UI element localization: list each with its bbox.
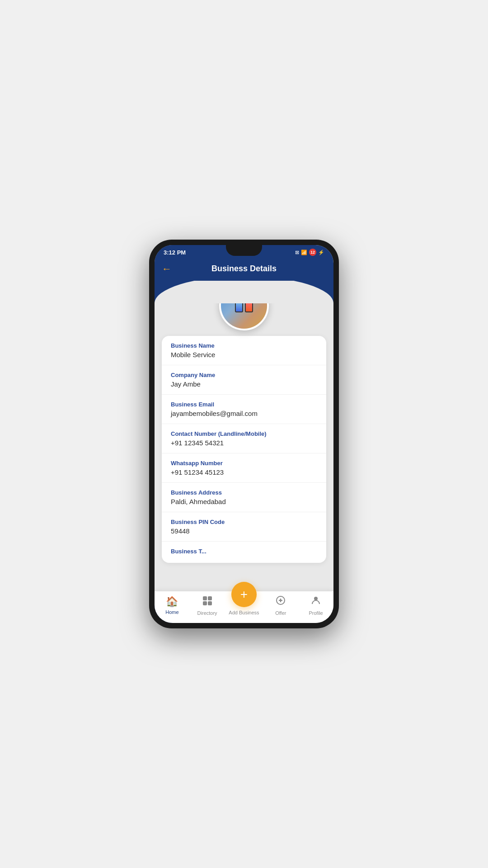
detail-value-2: jayambemobiles@gmail.com [171,410,317,417]
detail-row-5: Business AddressPaldi, Ahmedabad [162,483,326,512]
detail-label-6: Business PIN Code [171,519,317,525]
battery-badge: 12 [309,249,316,256]
detail-label-1: Company Name [171,372,317,378]
detail-row-7: Business T... [162,542,326,563]
phone-icons [235,303,253,312]
nav-item-profile[interactable]: Profile [302,595,329,616]
home-label: Home [165,609,178,615]
details-card: Business NameMobile ServiceCompany NameJ… [162,336,326,563]
add-business-container: + Add Business [229,582,259,615]
mini-phone-1 [235,303,243,312]
notch [226,245,262,256]
svg-rect-2 [203,601,207,605]
battery-icon: ⚡ [318,250,324,255]
detail-label-7: Business T... [171,548,317,555]
status-time: 3:12 PM [164,249,186,256]
detail-value-3: +91 12345 54321 [171,439,317,447]
detail-value-1: Jay Ambe [171,380,317,388]
status-icons: ⊠ 📶 12 ⚡ [295,249,324,256]
header-title: Business Details [211,264,277,274]
profile-label: Profile [309,610,323,616]
back-button[interactable]: ← [162,263,172,275]
detail-row-6: Business PIN Code59448 [162,512,326,542]
phone-screen: 3:12 PM ⊠ 📶 12 ⚡ ← Business Details [155,245,333,623]
directory-icon [202,595,213,609]
details-rows: Business NameMobile ServiceCompany NameJ… [162,336,326,563]
mini-phone-2 [245,303,253,312]
add-business-label: Add Business [229,610,259,615]
detail-value-6: 59448 [171,527,317,535]
svg-rect-1 [208,596,212,600]
detail-label-4: Whatsapp Number [171,460,317,467]
header: ← Business Details [155,259,333,281]
directory-label: Directory [197,610,217,616]
detail-row-2: Business Emailjayambemobiles@gmail.com [162,395,326,424]
detail-label-5: Business Address [171,489,317,496]
svg-rect-0 [203,596,207,600]
add-business-button[interactable]: + [231,582,257,607]
x-icon: ⊠ [295,250,299,255]
detail-value-0: Mobile Service [171,351,317,359]
offer-icon [275,595,286,609]
wifi-icon: 📶 [301,250,307,255]
svg-rect-3 [208,601,212,605]
detail-label-2: Business Email [171,401,317,408]
nav-item-directory[interactable]: Directory [194,595,221,616]
bottom-nav: 🏠 Home Directory + Add Busi [155,591,333,623]
detail-label-0: Business Name [171,342,317,349]
nav-item-home[interactable]: 🏠 Home [159,596,186,615]
avatar-container [162,303,326,336]
detail-value-5: Paldi, Ahmedabad [171,498,317,505]
detail-row-0: Business NameMobile Service [162,336,326,365]
hero-bg [155,281,333,303]
add-icon: + [240,588,248,601]
detail-value-4: +91 51234 45123 [171,468,317,476]
detail-row-1: Company NameJay Ambe [162,365,326,395]
detail-row-4: Whatsapp Number+91 51234 45123 [162,453,326,483]
phone-frame: 3:12 PM ⊠ 📶 12 ⚡ ← Business Details [149,240,339,628]
nav-item-offer[interactable]: Offer [267,595,294,616]
content-area: Business NameMobile ServiceCompany NameJ… [155,303,333,591]
detail-label-3: Contact Number (Landline/Mobile) [171,430,317,437]
svg-point-5 [279,599,282,602]
svg-point-6 [314,597,318,600]
avatar [219,303,269,330]
offer-label: Offer [275,610,286,616]
profile-icon [310,595,321,609]
home-icon: 🏠 [166,596,178,608]
detail-row-3: Contact Number (Landline/Mobile)+91 1234… [162,424,326,453]
